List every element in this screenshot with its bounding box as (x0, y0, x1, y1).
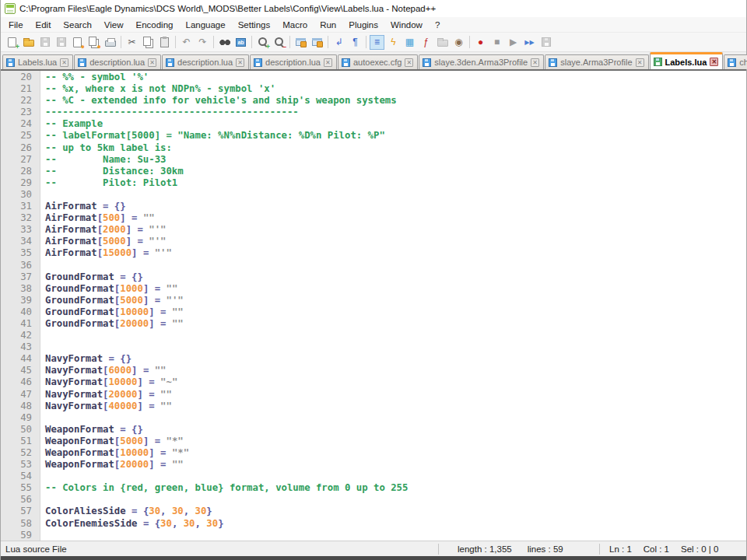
indent-guide-icon[interactable]: ≡ (370, 35, 384, 50)
code-text: -- Pilot: Pilot1 (38, 177, 177, 188)
code-text: -- up to 5km label is: (38, 142, 172, 153)
close-tab-icon[interactable]: ✕ (531, 58, 539, 67)
play-macro-icon[interactable]: ▶ (506, 35, 521, 50)
line-number: 58 (1, 518, 38, 530)
line-number: 29 (1, 177, 38, 189)
close-tab-icon[interactable]: ✕ (405, 58, 413, 67)
code-text: -- Colors in {red, green, blue} format, … (38, 482, 408, 493)
copy-icon[interactable] (141, 35, 156, 50)
word-wrap-icon[interactable]: ↲ (331, 35, 346, 50)
menu-item-run[interactable]: Run (314, 19, 342, 31)
menu-item-view[interactable]: View (98, 19, 130, 31)
close-tab-icon[interactable]: ✕ (60, 58, 68, 67)
menu-item-settings[interactable]: Settings (232, 19, 277, 31)
monitoring-icon[interactable]: ◉ (451, 35, 466, 50)
code-line: 33AirFormat[2000] = "'" (1, 224, 746, 236)
line-number: 39 (1, 295, 38, 306)
function-list-icon[interactable]: ƒ (419, 35, 433, 50)
tab-description-lua[interactable]: description.lua✕ (250, 54, 337, 69)
tab-label: slaye.Arma3Profile (560, 58, 632, 67)
folder-workspace-icon[interactable] (435, 35, 450, 50)
menu-bar: FileEditSearchViewEncodingLanguageSettin… (1, 17, 746, 32)
stop-macro-icon[interactable]: ■ (489, 35, 504, 50)
menu-item-language[interactable]: Language (179, 19, 231, 31)
code-editor[interactable]: 20-- %% - symbol '%'21-- %x, where x is … (1, 71, 746, 541)
open-folder-icon[interactable] (21, 35, 36, 50)
line-number: 56 (1, 494, 38, 506)
status-col: Col : 1 (644, 544, 669, 554)
tab-label: autoexec.cfg (353, 58, 402, 67)
tab-label: Labels.lua (18, 58, 57, 67)
zoom-out-icon[interactable]: – (272, 35, 286, 50)
tab-slaye-3den-arma3profile[interactable]: slaye.3den.Arma3Profile✕ (419, 54, 544, 69)
tab-labels-lua[interactable]: Labels.lua✕ (650, 52, 724, 69)
toolbar-separator (213, 36, 214, 48)
menu-item-encoding[interactable]: Encoding (130, 19, 180, 31)
menu-item-macro[interactable]: Macro (276, 19, 314, 31)
code-text: GroundFormat[10000] = "" (38, 306, 184, 317)
line-number: 41 (1, 318, 38, 330)
save-icon[interactable] (37, 35, 52, 50)
redo-icon[interactable]: ↷ (195, 35, 210, 50)
new-file-icon[interactable]: + (5, 35, 19, 50)
close-icon[interactable]: ● (70, 35, 85, 50)
multi-play-macro-icon[interactable]: ▶▶ (522, 35, 537, 50)
cut-icon[interactable]: ✂ (124, 35, 139, 50)
menu-item-search[interactable]: Search (57, 19, 97, 31)
close-tab-icon[interactable]: ✕ (324, 58, 332, 67)
code-text: ColorEnemiesSide = {30, 30, 30} (38, 518, 224, 529)
close-tab-icon[interactable]: ✕ (148, 58, 156, 67)
save-all-icon[interactable] (54, 35, 68, 50)
line-number: 26 (1, 142, 38, 154)
saved-file-icon (342, 58, 350, 67)
line-number: 52 (1, 447, 38, 459)
code-text: -- labelFormat[5000] = "Name: %N%nDistan… (38, 130, 385, 141)
zoom-in-icon[interactable]: + (255, 35, 270, 50)
sync-vertical-icon-shape (296, 38, 306, 46)
line-number: 30 (1, 189, 38, 201)
tab-label: description.lua (177, 58, 233, 67)
line-number: 43 (1, 341, 38, 353)
print-icon[interactable] (103, 35, 117, 50)
document-map-icon[interactable]: ▦ (402, 35, 417, 50)
record-macro-icon[interactable]: ● (473, 35, 488, 50)
replace-icon[interactable] (233, 35, 248, 50)
save-macro-icon[interactable] (538, 35, 553, 50)
menu-item-help[interactable]: ? (429, 19, 446, 31)
sync-horizontal-icon[interactable] (310, 35, 324, 50)
tab-label: description.lua (89, 58, 145, 67)
tab-labels-lua[interactable]: Labels.lua✕ (2, 54, 73, 69)
show-all-chars-icon[interactable]: ¶ (348, 35, 363, 50)
code-text: AirFormat[500] = "" (38, 212, 155, 223)
function-completion-icon[interactable]: ϟ (386, 35, 401, 50)
close-all-icon[interactable]: ● (86, 35, 101, 50)
menu-item-edit[interactable]: Edit (30, 19, 58, 31)
paste-icon[interactable] (157, 35, 172, 50)
tab-description-lua[interactable]: description.lua✕ (162, 54, 249, 69)
tab-slaye-arma3profile[interactable]: slaye.Arma3Profile✕ (545, 54, 648, 69)
tab-description-lua[interactable]: description.lua✕ (74, 54, 161, 69)
menu-item-window[interactable]: Window (384, 19, 429, 31)
tab-change-log[interactable]: change.log✕ (724, 54, 747, 69)
code-line: 48NavyFormat[40000] = "" (1, 401, 746, 412)
close-all-icon-badge: ● (97, 44, 101, 51)
line-number: 57 (1, 506, 38, 517)
close-tab-icon[interactable]: ✕ (710, 58, 718, 66)
tab-autoexec-cfg[interactable]: autoexec.cfg✕ (338, 54, 418, 69)
close-tab-icon[interactable]: ✕ (636, 58, 644, 67)
code-text: NavyFormat[10000] = "~" (38, 376, 177, 387)
close-tab-icon[interactable]: ✕ (236, 58, 244, 67)
undo-icon[interactable]: ↶ (179, 35, 194, 50)
status-lines: lines : 59 (528, 544, 563, 554)
saved-file-icon (254, 58, 262, 67)
menu-item-file[interactable]: File (2, 19, 30, 31)
sync-vertical-icon[interactable] (293, 35, 308, 50)
code-text: AirFormat = {} (38, 201, 126, 212)
menu-item-plugins[interactable]: Plugins (342, 19, 384, 31)
notepadpp-window: C:\Program Files\Eagle Dynamics\DCS Worl… (0, 0, 747, 560)
line-number: 48 (1, 401, 38, 412)
code-text: -- Distance: 30km (38, 166, 184, 177)
code-text: NavyFormat[20000] = "" (38, 389, 172, 400)
code-text (38, 189, 45, 200)
find-icon[interactable] (217, 35, 232, 50)
